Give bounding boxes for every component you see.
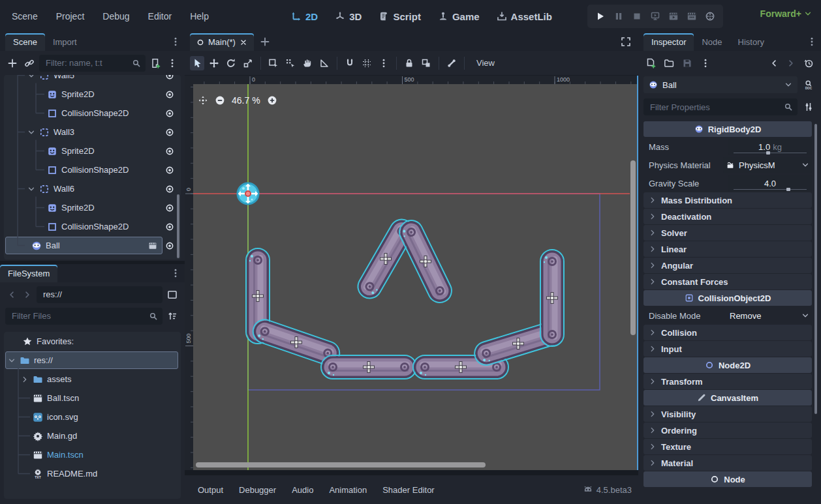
move-tool-button[interactable]	[207, 56, 221, 70]
collapse-arrow-icon[interactable]	[21, 376, 29, 383]
file-filter-input[interactable]	[5, 311, 163, 321]
scene-tree-node-collisionshape2d[interactable]: CollisionShape2D	[4, 160, 181, 179]
section-material[interactable]: Material	[643, 455, 812, 471]
history-back-button[interactable]	[5, 288, 18, 301]
new-scene-tab-button[interactable]	[258, 35, 272, 49]
version-info[interactable]: 4.5.beta3	[583, 485, 632, 495]
file-item-main.gd[interactable]: Main.gd	[4, 426, 181, 445]
bottom-panel-output[interactable]: Output	[191, 482, 230, 498]
canvas-vertical-scrollbar[interactable]	[630, 160, 636, 335]
scene-tree-node-ball[interactable]: Ball	[4, 236, 181, 255]
remote-debug-button[interactable]	[647, 8, 663, 24]
slider-handle[interactable]	[766, 151, 770, 155]
visibility-eye-icon[interactable]	[165, 90, 174, 99]
scene-tree-node-wall6[interactable]: Wall6	[4, 179, 181, 198]
number-field[interactable]: 1.0kg	[728, 139, 812, 155]
collapse-arrow-icon[interactable]	[27, 185, 35, 193]
scale-tool-button[interactable]	[241, 56, 255, 70]
play-custom-scene-button[interactable]	[684, 8, 700, 24]
bottom-panel-shader-editor[interactable]: Shader Editor	[376, 482, 441, 498]
section-transform[interactable]: Transform	[643, 374, 812, 389]
play-scene-button[interactable]	[666, 8, 681, 24]
ruler-tool-button[interactable]	[317, 56, 332, 70]
resource-menu-button[interactable]	[698, 56, 713, 70]
instantiate-scene-button[interactable]	[22, 56, 37, 70]
tab-inspector-history[interactable]: History	[730, 33, 772, 51]
inspector-back-button[interactable]	[767, 57, 781, 70]
file-item-readme.md[interactable]: TXTREADME.md	[4, 464, 181, 483]
grid-snap-button[interactable]	[360, 56, 374, 70]
section-texture[interactable]: Texture	[643, 439, 812, 454]
context-game[interactable]: Game	[433, 8, 485, 25]
section-mass-distribution[interactable]: Mass Distribution	[643, 192, 812, 208]
scene-tree-scrollbar[interactable]	[177, 194, 179, 258]
scene-tree-node-sprite2d[interactable]: Sprite2D	[4, 141, 181, 160]
tab-scene-scene[interactable]: Scene	[5, 33, 45, 51]
scene-tree-node-sprite2d[interactable]: Sprite2D	[4, 85, 181, 104]
new-resource-button[interactable]	[643, 56, 658, 70]
visibility-eye-icon[interactable]	[165, 203, 174, 213]
file-item-main.tscn[interactable]: Main.tscn	[4, 445, 181, 464]
inspector-menu-button[interactable]	[803, 35, 821, 48]
collapse-arrow-icon[interactable]	[8, 357, 16, 364]
canvas-horizontal-scrollbar[interactable]	[196, 462, 486, 467]
node-selector[interactable]: Ball	[643, 76, 798, 93]
collapse-arrow-icon[interactable]	[27, 128, 35, 136]
menu-scene[interactable]: Scene	[5, 8, 44, 24]
play-button[interactable]	[593, 8, 608, 24]
property-tools-button[interactable]	[801, 100, 816, 114]
open-docs-button[interactable]: DOC	[801, 78, 816, 92]
section-solver[interactable]: Solver	[643, 225, 812, 241]
inspector-history-button[interactable]	[801, 56, 816, 70]
zoom-out-button[interactable]	[215, 95, 225, 106]
smart-snap-button[interactable]	[343, 56, 357, 70]
instanced-scene-icon[interactable]	[148, 241, 157, 250]
section-ordering[interactable]: Ordering	[643, 422, 812, 438]
filesystem-menu-button[interactable]	[166, 267, 185, 280]
inspector-scrollbar[interactable]	[814, 124, 817, 414]
scene-tree-menu-button[interactable]	[165, 56, 179, 70]
zoom-in-button[interactable]	[267, 95, 277, 106]
group-node-button[interactable]	[419, 56, 433, 70]
context-3d[interactable]: 3D	[330, 8, 367, 25]
close-icon[interactable]	[240, 38, 247, 46]
save-resource-button[interactable]	[680, 56, 694, 70]
pivot-tool-button[interactable]	[283, 56, 298, 70]
dropdown-select[interactable]: Remove	[723, 308, 812, 323]
bottom-panel-animation[interactable]: Animation	[322, 482, 373, 498]
tab-filesystem[interactable]: FileSystem	[0, 265, 57, 282]
visibility-eye-icon[interactable]	[165, 109, 174, 118]
number-field[interactable]: 4.0	[728, 175, 812, 191]
tab-main-scene[interactable]: Main(*)	[190, 33, 254, 51]
history-forward-button[interactable]	[21, 288, 34, 301]
context-2d[interactable]: 2D	[286, 8, 323, 25]
section-constant-forces[interactable]: Constant Forces	[643, 274, 812, 289]
file-item-icon.svg[interactable]: icon.svg	[4, 408, 181, 426]
file-item-ball.tscn[interactable]: Ball.tscn	[4, 389, 181, 408]
stop-button[interactable]	[629, 8, 645, 24]
section-angular[interactable]: Angular	[643, 258, 812, 273]
canvas-viewport[interactable]: 05001000 0500 46.7 %	[185, 76, 638, 470]
section-input[interactable]: Input	[643, 341, 812, 357]
inspector-forward-button[interactable]	[784, 57, 798, 70]
visibility-eye-icon[interactable]	[165, 147, 174, 156]
snap-options-button[interactable]	[377, 56, 391, 70]
pan-tool-button[interactable]	[300, 56, 315, 70]
expand-viewport-button[interactable]	[619, 35, 633, 49]
file-item-favorites-[interactable]: Favorites:	[4, 332, 181, 351]
center-view-button[interactable]	[198, 95, 208, 106]
menu-project[interactable]: Project	[50, 8, 91, 24]
section-linear[interactable]: Linear	[643, 241, 812, 257]
slider-handle[interactable]	[786, 188, 790, 191]
tab-inspector-node[interactable]: Node	[694, 33, 730, 51]
context-assetlib[interactable]: AssetLib	[491, 8, 557, 25]
bottom-panel-debugger[interactable]: Debugger	[232, 482, 283, 498]
section-visibility[interactable]: Visibility	[643, 406, 812, 422]
scene-tree-node-collisionshape2d[interactable]: CollisionShape2D	[4, 104, 181, 123]
scene-tree-node-collisionshape2d[interactable]: CollisionShape2D	[4, 217, 181, 236]
resource-picker[interactable]: PhysicsM	[723, 157, 812, 173]
visibility-eye-icon[interactable]	[165, 222, 174, 231]
visibility-eye-icon[interactable]	[165, 241, 174, 250]
collapse-arrow-icon[interactable]	[27, 75, 35, 80]
section-deactivation[interactable]: Deactivation	[643, 209, 812, 224]
